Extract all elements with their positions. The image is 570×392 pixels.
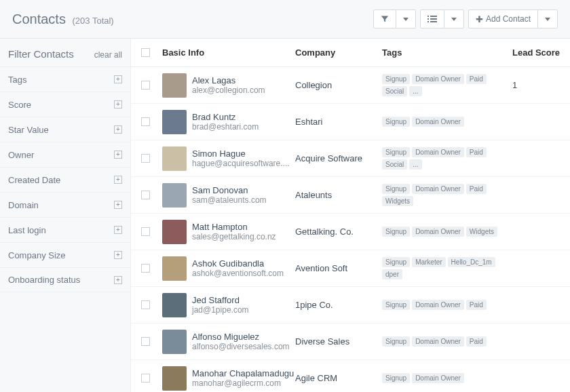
table-row[interactable]: Manohar Chapalamadugumanohar@agilecrm.co… bbox=[131, 360, 570, 392]
column-header-score[interactable]: Lead Score bbox=[512, 47, 570, 58]
tag[interactable]: Domain Owner bbox=[412, 74, 464, 84]
filter-item[interactable]: Last login bbox=[0, 217, 130, 242]
filter-item[interactable]: Owner bbox=[0, 142, 130, 167]
add-contact-button[interactable]: ✚ Add Contact bbox=[468, 9, 538, 28]
table-row[interactable]: Brad Kuntzbrad@eshtari.comEshtariSignupD… bbox=[131, 104, 570, 140]
tag[interactable]: Domain Owner bbox=[412, 184, 464, 194]
select-all-checkbox[interactable] bbox=[141, 48, 150, 57]
tag[interactable]: Paid bbox=[466, 300, 487, 310]
avatar bbox=[162, 73, 187, 98]
contact-name: Ashok Gudibandla bbox=[192, 258, 284, 269]
tag[interactable]: Signup bbox=[382, 74, 410, 84]
add-contact-dropdown-button[interactable] bbox=[538, 9, 558, 28]
contact-name: Simon Hague bbox=[192, 149, 290, 159]
tag[interactable]: Marketer bbox=[412, 257, 445, 267]
tag[interactable]: Signup bbox=[382, 373, 410, 383]
svg-rect-0 bbox=[428, 16, 429, 17]
tag[interactable]: Widgets bbox=[466, 227, 497, 237]
tag[interactable]: Signup bbox=[382, 336, 410, 347]
tag[interactable]: Signup bbox=[382, 147, 410, 157]
table-row[interactable]: Alex Lagasalex@collegion.comCollegionSig… bbox=[131, 67, 570, 104]
tag[interactable]: Widgets bbox=[382, 196, 413, 206]
contact-company: Agile CRM bbox=[295, 373, 382, 383]
expand-icon bbox=[114, 176, 122, 184]
contact-company: Collegion bbox=[295, 80, 382, 90]
view-dropdown-button[interactable] bbox=[444, 9, 464, 28]
tag[interactable]: Paid bbox=[466, 336, 487, 347]
tag[interactable]: Paid bbox=[466, 184, 487, 194]
row-checkbox[interactable] bbox=[141, 81, 150, 90]
table-row[interactable]: Simon Haguehague@acquiresoftware....Acqu… bbox=[131, 140, 570, 177]
tag[interactable]: Paid bbox=[466, 147, 487, 157]
row-checkbox[interactable] bbox=[141, 374, 150, 383]
tag[interactable]: Hello_Dc_1m bbox=[448, 257, 495, 267]
column-header-basic[interactable]: Basic Info bbox=[159, 47, 295, 58]
filter-label: Onboarding status bbox=[8, 275, 80, 285]
row-checkbox[interactable] bbox=[141, 117, 150, 126]
contact-email: sales@gettalking.co.nz bbox=[192, 232, 276, 241]
expand-icon bbox=[114, 151, 122, 159]
filter-item[interactable]: Created Date bbox=[0, 167, 130, 192]
tag[interactable]: Signup bbox=[382, 227, 410, 237]
filter-dropdown-button[interactable] bbox=[396, 9, 416, 28]
expand-icon bbox=[114, 125, 122, 134]
tag[interactable]: Domain Owner bbox=[412, 227, 464, 237]
filter-label: Domain bbox=[8, 200, 39, 210]
column-header-tags[interactable]: Tags bbox=[382, 47, 512, 58]
add-contact-label: Add Contact bbox=[486, 14, 531, 24]
column-header-company[interactable]: Company bbox=[295, 47, 382, 58]
tag[interactable]: Social bbox=[382, 159, 407, 170]
contact-company: Avention Soft bbox=[295, 263, 382, 273]
tag[interactable]: Domain Owner bbox=[412, 300, 464, 310]
tag[interactable]: ... bbox=[409, 159, 421, 170]
filter-item[interactable]: Tags bbox=[0, 66, 130, 92]
tag-list: SignupDomain OwnerPaidSocial... bbox=[382, 147, 512, 170]
avatar bbox=[162, 293, 187, 317]
tag[interactable]: Social bbox=[382, 86, 407, 96]
tag[interactable]: Signup bbox=[382, 257, 410, 267]
contact-name: Brad Kuntz bbox=[192, 112, 259, 122]
filter-item[interactable]: Company Size bbox=[0, 242, 130, 267]
filter-item[interactable]: Onboarding status bbox=[0, 267, 130, 292]
clear-all-link[interactable]: clear all bbox=[94, 50, 122, 60]
top-actions: ✚ Add Contact bbox=[373, 9, 558, 28]
tag[interactable]: Signup bbox=[382, 300, 410, 310]
page-title: Contacts (203 Total) bbox=[12, 12, 114, 27]
contact-company: 1pipe Co. bbox=[295, 300, 382, 310]
table-row[interactable]: Matt Hamptonsales@gettalking.co.nzGettal… bbox=[131, 214, 570, 250]
layout: Filter Contacts clear all TagsScoreStar … bbox=[0, 39, 570, 392]
tag-list: SignupDomain OwnerPaidWidgets bbox=[382, 184, 512, 206]
table-row[interactable]: Sam Donovansam@ataleunts.comAtaleuntsSig… bbox=[131, 177, 570, 214]
row-checkbox[interactable] bbox=[141, 264, 150, 273]
tag[interactable]: Domain Owner bbox=[412, 336, 464, 347]
filter-button[interactable] bbox=[373, 9, 396, 28]
row-checkbox[interactable] bbox=[141, 227, 150, 236]
tag[interactable]: Paid bbox=[466, 74, 487, 84]
table-row[interactable]: Ashok Gudibandlaashok@aventionsoft.comAv… bbox=[131, 250, 570, 287]
tag[interactable]: Signup bbox=[382, 117, 410, 127]
filter-item[interactable]: Star Value bbox=[0, 117, 130, 142]
filter-item[interactable]: Domain bbox=[0, 192, 130, 217]
tag[interactable]: dper bbox=[382, 269, 402, 279]
tag[interactable]: Domain Owner bbox=[412, 117, 464, 127]
table-row[interactable]: Alfonso Miguelezalfonso@diversesales.com… bbox=[131, 324, 570, 360]
avatar bbox=[162, 220, 187, 244]
topbar: Contacts (203 Total) ✚ Add Contact bbox=[0, 0, 570, 39]
tag[interactable]: Signup bbox=[382, 184, 410, 194]
filter-item[interactable]: Score bbox=[0, 92, 130, 117]
table-row[interactable]: Jed Staffordjad@1pipe.com1pipe Co.Signup… bbox=[131, 287, 570, 324]
expand-icon bbox=[114, 100, 122, 109]
contact-name: Manohar Chapalamadugu bbox=[192, 368, 294, 378]
contact-name: Sam Donovan bbox=[192, 185, 267, 195]
table-header: Basic Info Company Tags Lead Score bbox=[131, 39, 570, 67]
view-button[interactable] bbox=[420, 9, 444, 28]
tag[interactable]: Domain Owner bbox=[412, 147, 464, 157]
row-checkbox[interactable] bbox=[141, 337, 150, 346]
row-checkbox[interactable] bbox=[141, 154, 150, 163]
row-checkbox[interactable] bbox=[141, 191, 150, 199]
tag[interactable]: ... bbox=[409, 86, 421, 96]
row-checkbox[interactable] bbox=[141, 300, 150, 309]
filter-icon bbox=[381, 15, 389, 23]
tag[interactable]: Domain Owner bbox=[412, 373, 464, 383]
caret-down-icon bbox=[545, 18, 550, 21]
